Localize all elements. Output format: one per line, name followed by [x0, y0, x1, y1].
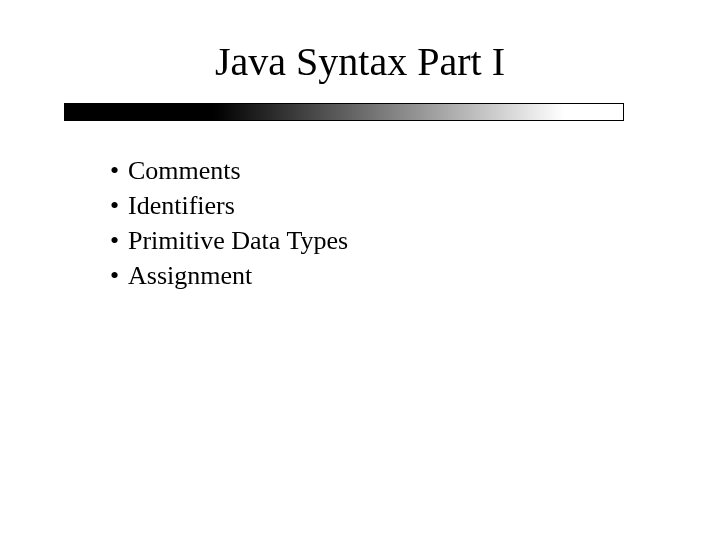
divider-border	[64, 103, 624, 121]
slide-title: Java Syntax Part I	[0, 38, 720, 85]
list-item: Identifiers	[110, 188, 720, 223]
list-item: Assignment	[110, 258, 720, 293]
slide-container: Java Syntax Part I Comments Identifiers …	[0, 0, 720, 540]
list-item: Comments	[110, 153, 720, 188]
list-item: Primitive Data Types	[110, 223, 720, 258]
bullet-list: Comments Identifiers Primitive Data Type…	[110, 153, 720, 293]
title-divider	[64, 103, 624, 121]
